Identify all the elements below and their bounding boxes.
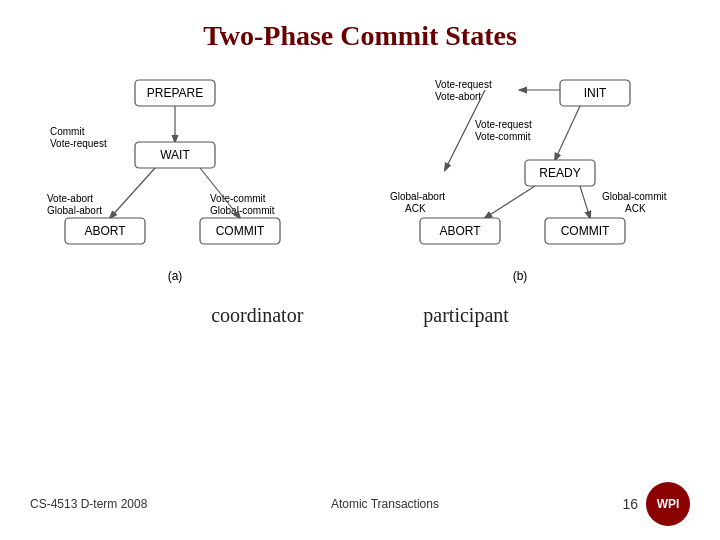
participant-label: participant [423, 304, 509, 327]
svg-text:WAIT: WAIT [160, 148, 190, 162]
svg-line-31 [485, 186, 535, 218]
svg-line-26 [555, 106, 580, 160]
svg-text:READY: READY [539, 166, 580, 180]
svg-text:Global-commit: Global-commit [210, 205, 275, 216]
footer: CS-4513 D-term 2008 Atomic Transactions … [0, 482, 720, 526]
svg-text:Vote-request: Vote-request [475, 119, 532, 130]
svg-text:Vote-commit: Vote-commit [475, 131, 531, 142]
page-title: Two-Phase Commit States [40, 20, 680, 52]
svg-text:Vote-abort: Vote-abort [435, 91, 481, 102]
svg-text:(a): (a) [168, 269, 183, 283]
svg-text:COMMIT: COMMIT [216, 224, 265, 238]
svg-text:ABORT: ABORT [84, 224, 126, 238]
topic-label: Atomic Transactions [331, 497, 439, 511]
slide: Two-Phase Commit States PREPARE Commit V… [0, 0, 720, 540]
svg-text:Vote-request: Vote-request [435, 79, 492, 90]
svg-text:Global-abort: Global-abort [47, 205, 102, 216]
svg-text:Global-abort: Global-abort [390, 191, 445, 202]
diagrams-row: PREPARE Commit Vote-request WAIT Vote-ab… [40, 70, 680, 294]
labels-row: coordinator participant [40, 304, 680, 327]
svg-line-9 [110, 168, 155, 218]
participant-diagram: INIT Vote-request Vote-abort Vote-reques… [365, 70, 675, 294]
svg-line-36 [580, 186, 590, 218]
svg-text:PREPARE: PREPARE [147, 86, 203, 100]
svg-text:Global-commit: Global-commit [602, 191, 667, 202]
wpi-logo: WPI [646, 482, 690, 526]
page-number: 16 [622, 496, 638, 512]
coordinator-label: coordinator [211, 304, 303, 327]
svg-text:Commit: Commit [50, 126, 85, 137]
svg-text:Vote-request: Vote-request [50, 138, 107, 149]
coordinator-diagram: PREPARE Commit Vote-request WAIT Vote-ab… [45, 70, 335, 294]
svg-text:ACK: ACK [625, 203, 646, 214]
svg-text:(b): (b) [513, 269, 528, 283]
svg-text:COMMIT: COMMIT [561, 224, 610, 238]
svg-text:ACK: ACK [405, 203, 426, 214]
svg-text:Vote-abort: Vote-abort [47, 193, 93, 204]
course-label: CS-4513 D-term 2008 [30, 497, 147, 511]
svg-text:INIT: INIT [584, 86, 607, 100]
svg-line-23 [445, 90, 485, 170]
svg-text:ABORT: ABORT [439, 224, 481, 238]
footer-right: 16 WPI [622, 482, 690, 526]
svg-text:Vote-commit: Vote-commit [210, 193, 266, 204]
